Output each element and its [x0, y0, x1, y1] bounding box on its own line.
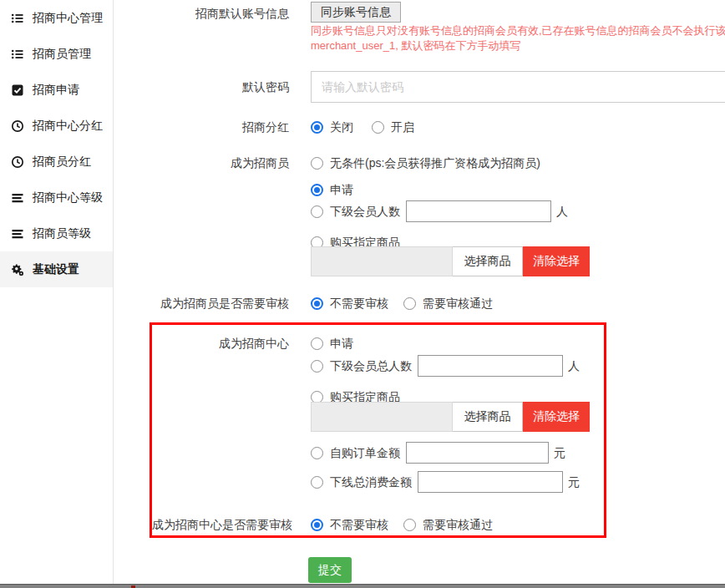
radio-label: 申请 — [330, 181, 353, 198]
center-subordinate-total-option[interactable]: 下级会员总人数 — [311, 357, 412, 374]
radio-icon[interactable] — [372, 121, 384, 134]
gears-icon — [11, 263, 24, 276]
center-subordinate-total-input[interactable] — [418, 355, 563, 377]
sync-warning-line1: 同步账号信息只对没有账号信息的招商会员有效,已存在账号信息的招商会员不会执行该程… — [311, 23, 725, 38]
radio-icon[interactable] — [311, 447, 323, 459]
radio-icon[interactable] — [311, 205, 323, 218]
agent-subordinate-count-option[interactable]: 下级会员人数 — [311, 203, 400, 220]
default-password-row: 默认密码 — [114, 71, 725, 103]
agent-review-row: 成为招商员是否需要审核 不需要审核 需要审核通过 — [114, 295, 725, 312]
center-apply-option[interactable]: 申请 — [311, 335, 353, 352]
sidebar-item-basic-settings[interactable]: 基础设置 — [0, 251, 113, 287]
become-center-row: 成为招商中心 — [152, 335, 604, 352]
unit-suffix: 人 — [568, 355, 580, 377]
dividend-on-option[interactable]: 开启 — [372, 119, 414, 135]
agent-select-product-button[interactable]: 选择商品 — [453, 246, 523, 276]
check-square-icon — [11, 84, 24, 97]
agent-review-yes-option[interactable]: 需要审核通过 — [403, 295, 493, 312]
radio-icon[interactable] — [403, 297, 416, 310]
unit-suffix: 人 — [556, 200, 568, 222]
sidebar-item-center-dividend[interactable]: 招商中心分红 — [0, 108, 113, 144]
radio-checked-icon[interactable] — [311, 184, 323, 196]
settings-form: 招商默认账号信息 同步账号信息 同步账号信息只对没有账号信息的招商会员有效,已存… — [114, 0, 725, 588]
list-icon — [11, 12, 24, 25]
radio-checked-icon[interactable] — [311, 121, 323, 134]
radio-label: 自购订单金额 — [330, 444, 400, 461]
sidebar-item-merchant-staff-management[interactable]: 招商员管理 — [0, 36, 113, 72]
sidebar-item-label: 招商中心等级 — [33, 190, 103, 205]
sidebar-item-label: 招商员管理 — [33, 47, 91, 62]
sidebar: 招商中心管理 招商员管理 招商申请 招商中心分红 招商员分红 — [0, 0, 114, 588]
center-downline-consumption-input[interactable] — [418, 471, 563, 493]
radio-checked-icon[interactable] — [311, 297, 323, 310]
bars-icon — [11, 191, 24, 205]
become-agent-label: 成为招商员 — [114, 155, 311, 171]
radio-label: 下级会员总人数 — [330, 357, 412, 374]
unit-suffix: 元 — [554, 442, 565, 464]
radio-label: 下级会员人数 — [330, 203, 400, 220]
radio-icon[interactable] — [403, 519, 416, 531]
sync-warning-line2: merchant_user_1, 默认密码在下方手动填写 — [311, 38, 725, 53]
dividend-label: 招商分红 — [114, 119, 311, 135]
unit-suffix: 元 — [568, 471, 580, 493]
sidebar-item-label: 招商员等级 — [33, 226, 91, 241]
list-icon — [11, 48, 24, 61]
radio-icon[interactable] — [311, 476, 323, 489]
center-review-row: 成为招商中心是否需要审核 不需要审核 需要审核通过 — [152, 516, 604, 533]
agent-review-label: 成为招商员是否需要审核 — [114, 295, 311, 312]
radio-label: 不需要审核 — [330, 516, 388, 533]
agent-review-no-option[interactable]: 不需要审核 — [311, 295, 388, 312]
sidebar-item-merchant-center-management[interactable]: 招商中心管理 — [0, 0, 113, 36]
center-self-order-amount-option[interactable]: 自购订单金额 — [311, 444, 400, 461]
center-downline-consumption-option[interactable]: 下线总消费金额 — [311, 474, 412, 490]
center-review-yes-option[interactable]: 需要审核通过 — [403, 516, 493, 533]
sidebar-item-staff-dividend[interactable]: 招商员分红 — [0, 144, 113, 180]
account-info-row: 招商默认账号信息 同步账号信息 — [114, 2, 725, 23]
sidebar-item-label: 招商员分红 — [33, 155, 91, 170]
radio-icon[interactable] — [311, 360, 323, 373]
clock-icon — [11, 155, 24, 169]
radio-icon[interactable] — [311, 337, 323, 350]
center-review-label: 成为招商中心是否需要审核 — [152, 516, 311, 533]
default-password-label: 默认密码 — [114, 79, 311, 95]
radio-label: 不需要审核 — [330, 295, 388, 312]
radio-icon[interactable] — [311, 157, 323, 170]
center-self-order-amount-input[interactable] — [406, 442, 549, 464]
account-info-label: 招商默认账号信息 — [114, 2, 311, 22]
clipped-bottom-bar — [0, 584, 725, 588]
center-clear-selection-button[interactable]: 清除选择 — [523, 402, 590, 432]
merchant-settings-page: 招商中心管理 招商员管理 招商申请 招商中心分红 招商员分红 — [0, 0, 725, 588]
sidebar-item-staff-level[interactable]: 招商员等级 — [0, 215, 113, 251]
center-select-product-button[interactable]: 选择商品 — [453, 402, 523, 432]
sidebar-item-merchant-application[interactable]: 招商申请 — [0, 72, 113, 108]
default-password-input[interactable] — [311, 71, 725, 103]
become-center-annotation-box: 成为招商中心 申请 下级会员总人数 人 — [150, 322, 606, 538]
sync-account-button[interactable]: 同步账号信息 — [311, 2, 401, 23]
dividend-row: 招商分红 关闭 开启 — [114, 119, 725, 135]
radio-label: 开启 — [391, 119, 414, 135]
radio-label: 需要审核通过 — [423, 516, 493, 533]
submit-button[interactable]: 提交 — [308, 557, 352, 583]
agent-subordinate-count-input[interactable] — [406, 200, 551, 222]
agent-apply-option[interactable]: 申请 — [311, 181, 353, 198]
sidebar-item-center-level[interactable]: 招商中心等级 — [0, 180, 113, 215]
center-selected-product-field — [311, 402, 453, 432]
agent-selected-product-field — [311, 246, 453, 276]
sidebar-item-label: 招商中心管理 — [33, 11, 103, 26]
become-center-label: 成为招商中心 — [152, 335, 311, 352]
dividend-off-option[interactable]: 关闭 — [311, 119, 353, 135]
radio-label: 下线总消费金额 — [330, 474, 412, 490]
sidebar-item-label: 招商申请 — [33, 83, 79, 98]
agent-clear-selection-button[interactable]: 清除选择 — [523, 246, 590, 276]
sidebar-item-label: 基础设置 — [33, 262, 79, 277]
bars-icon — [11, 227, 24, 241]
sidebar-item-label: 招商中心分红 — [33, 119, 103, 134]
center-review-no-option[interactable]: 不需要审核 — [311, 516, 388, 533]
radio-label: 申请 — [330, 335, 353, 352]
radio-label: 关闭 — [330, 119, 353, 135]
radio-label: 需要审核通过 — [423, 295, 493, 312]
clock-icon — [11, 119, 24, 133]
radio-label: 无条件(ps:会员获得推广资格成为招商员) — [330, 155, 540, 171]
radio-checked-icon[interactable] — [311, 519, 323, 531]
agent-unconditional-option[interactable]: 无条件(ps:会员获得推广资格成为招商员) — [311, 155, 540, 171]
